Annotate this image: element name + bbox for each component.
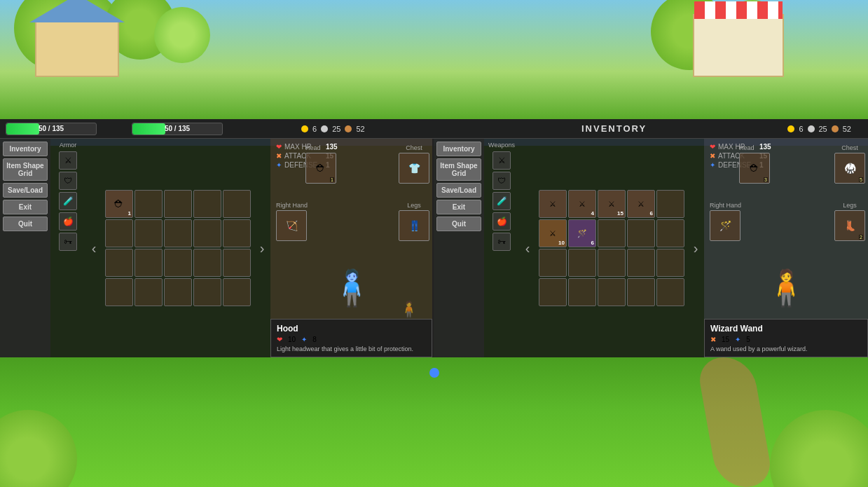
left-inv-cell-1-1[interactable] <box>135 219 163 247</box>
right-inv-cell-1-3[interactable] <box>627 219 655 247</box>
left-item-stats: ❤ 10 ✦ 8 <box>277 336 426 343</box>
left-inv-cell-0-3[interactable] <box>193 190 221 218</box>
right-legs-slot[interactable]: 👢 2 <box>834 210 865 241</box>
top-bar: 50 / 135 INVENTORY 6 25 52 50 / 135 INVE… <box>0 119 868 139</box>
right-char-area: ❤ MAX HP 135 ✖ ATTACK 15 ✦ DEFENSE 1 <box>704 139 868 357</box>
left-equip-shield[interactable]: 🛡 <box>59 172 77 190</box>
right-inv-cell-0-3[interactable]: ⚔ 6 <box>627 190 655 218</box>
right-inv-count-0-1: 4 <box>591 210 594 217</box>
left-inv-count-0-0: 1 <box>128 210 131 217</box>
right-equip-label: Weapons <box>488 142 515 149</box>
left-btn-inventory[interactable]: Inventory <box>3 142 48 156</box>
right-inv-cell-0-2[interactable]: ⚔ 15 <box>598 190 626 218</box>
right-inv-cell-0-1[interactable]: ⚔ 4 <box>568 190 596 218</box>
left-inv-cell-3-1[interactable] <box>135 278 163 306</box>
right-inv-cell-1-2[interactable] <box>598 219 626 247</box>
left-inv-cell-1-2[interactable] <box>164 219 192 247</box>
right-hp-icon: ❤ <box>710 143 715 151</box>
right-inv-cell-0-0[interactable]: ⚔ <box>539 190 567 218</box>
right-equip-shield[interactable]: 🛡 <box>492 172 511 190</box>
left-inv-cell-3-2[interactable] <box>164 278 192 306</box>
right-inv-cell-3-1[interactable] <box>568 278 596 306</box>
left-inv-cell-0-4[interactable] <box>223 190 251 218</box>
left-inv-cell-0-1[interactable] <box>135 190 163 218</box>
left-equip-potion[interactable]: 🧪 <box>59 192 77 210</box>
right-equip-apple[interactable]: 🍎 <box>492 212 511 231</box>
left-panel: Inventory Item Shape Grid Save/Load Exit… <box>0 139 434 357</box>
right-chest-label: Chest <box>834 144 865 151</box>
left-chest-group: Chest 👕 <box>399 144 429 184</box>
right-legs-group: Legs 👢 2 <box>834 202 865 241</box>
right-btn-save-load[interactable]: Save/Load <box>436 183 481 198</box>
left-equip-key[interactable]: 🗝 <box>59 233 77 251</box>
right-btn-quit[interactable]: Quit <box>436 217 481 231</box>
right-inv-cell-2-0[interactable] <box>539 249 567 277</box>
right-inv-cell-2-1[interactable] <box>568 249 596 277</box>
left-inv-cell-0-0[interactable]: ⛑ 1 <box>105 190 133 218</box>
right-inv-cell-1-1[interactable]: 🪄 6 <box>568 219 596 247</box>
left-inv-cell-2-3[interactable] <box>193 249 221 277</box>
left-inv-cell-3-4[interactable] <box>223 278 251 306</box>
right-sidebar-buttons: Inventory Item Shape Grid Save/Load Exit… <box>434 139 484 357</box>
right-inv-cell-1-0[interactable]: ⚔ 10 <box>539 219 567 247</box>
left-inv-item-helmet: ⛑ <box>114 198 124 210</box>
right-inv-item-0-1: ⚔ <box>579 200 586 209</box>
right-head-badge: 3 <box>764 177 768 182</box>
right-inv-cell-2-3[interactable] <box>627 249 655 277</box>
left-legs-slot[interactable]: 👖 <box>399 210 429 241</box>
left-inv-cell-0-2[interactable] <box>164 190 192 218</box>
left-btn-item-shape-grid[interactable]: Item Shape Grid <box>3 158 48 181</box>
left-btn-save-load[interactable]: Save/Load <box>3 183 48 198</box>
left-equip-sword[interactable]: ⚔ <box>59 151 77 170</box>
left-inv-cell-3-3[interactable] <box>193 278 221 306</box>
right-head-slot[interactable]: ⛑ 3 <box>739 153 770 184</box>
right-inv-cell-3-4[interactable] <box>656 278 684 306</box>
left-head-group: Head ⛑ 1 <box>305 144 336 184</box>
left-inv-cell-2-1[interactable] <box>135 249 163 277</box>
left-inv-cell-2-4[interactable] <box>223 249 251 277</box>
right-chest-slot[interactable]: 🥋 5 <box>834 153 865 184</box>
left-item-stat2-icon: ✦ <box>301 336 307 343</box>
right-btn-inventory[interactable]: Inventory <box>436 142 481 156</box>
right-inv-prev-arrow[interactable]: ‹ <box>519 240 536 256</box>
left-head-slot[interactable]: ⛑ 1 <box>305 153 336 184</box>
left-equip-apple[interactable]: 🍎 <box>59 212 77 231</box>
left-btn-exit[interactable]: Exit <box>3 200 48 214</box>
right-equip-key[interactable]: 🗝 <box>492 233 511 251</box>
right-chest-group: Chest 🥋 5 <box>834 144 865 184</box>
left-inv-cell-2-2[interactable] <box>164 249 192 277</box>
right-equip-potion[interactable]: 🧪 <box>492 192 511 210</box>
right-inv-cell-2-4[interactable] <box>656 249 684 277</box>
right-equip-sword[interactable]: ⚔ <box>492 151 511 170</box>
right-righthand-slot[interactable]: 🪄 <box>710 210 740 241</box>
left-inv-cell-2-0[interactable] <box>105 249 133 277</box>
right-inv-cell-0-4[interactable] <box>656 190 684 218</box>
left-inv-cell-1-4[interactable] <box>223 219 251 247</box>
left-def-icon: ✦ <box>276 161 282 169</box>
right-inv-next-arrow[interactable]: › <box>687 240 704 256</box>
right-btn-exit[interactable]: Exit <box>436 200 481 214</box>
right-inv-cell-3-2[interactable] <box>598 278 626 306</box>
left-character-figure: 🧍 <box>330 268 373 308</box>
left-head-badge: 1 <box>330 177 334 182</box>
left-inv-cell-3-0[interactable] <box>105 278 133 306</box>
right-inv-cell-3-3[interactable] <box>627 278 655 306</box>
right-health-bar: 50 / 135 <box>132 123 223 135</box>
right-head-group: Head ⛑ 3 <box>739 144 770 184</box>
right-inv-cell-2-2[interactable] <box>598 249 626 277</box>
right-inv-count-1-0: 10 <box>558 240 565 246</box>
left-righthand-slot[interactable]: 🏹 <box>276 210 307 241</box>
left-inv-cell-1-0[interactable] <box>105 219 133 247</box>
right-inv-cell-1-4[interactable] <box>656 219 684 247</box>
left-inv-next-arrow[interactable]: › <box>254 240 270 256</box>
right-btn-item-shape-grid[interactable]: Item Shape Grid <box>436 158 481 181</box>
right-inv-cell-3-0[interactable] <box>539 278 567 306</box>
left-inv-prev-arrow[interactable]: ‹ <box>85 240 102 256</box>
left-health-text: 50 / 135 <box>6 123 96 135</box>
right-item-stat1-val: 15 <box>722 336 729 343</box>
left-inv-cell-1-3[interactable] <box>193 219 221 247</box>
left-chest-slot[interactable]: 👕 <box>399 153 429 184</box>
right-def-icon: ✦ <box>710 161 715 169</box>
left-btn-quit[interactable]: Quit <box>3 217 48 231</box>
main-content: Inventory Item Shape Grid Save/Load Exit… <box>0 139 868 357</box>
